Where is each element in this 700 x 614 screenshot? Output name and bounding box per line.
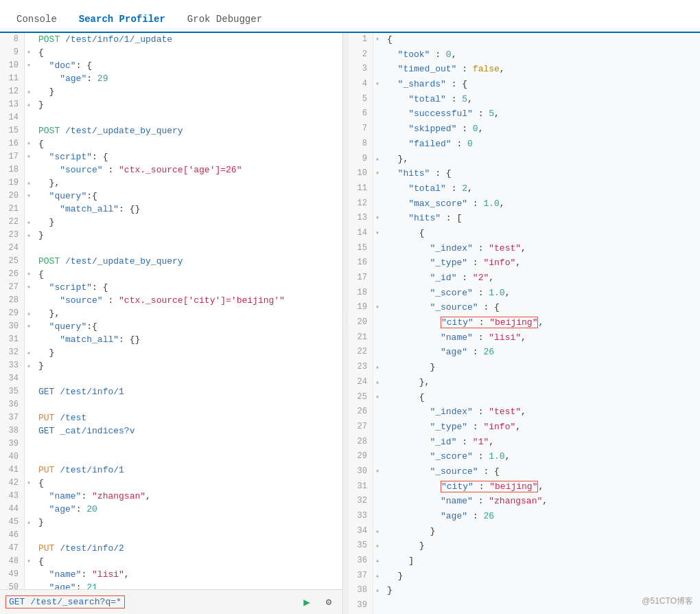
line-number: 8: [0, 33, 25, 46]
fold-gutter[interactable]: ▴: [373, 361, 382, 376]
response-editor: 1▾{2 "took" : 0,3 "timed_out" : false,4▾…: [349, 33, 700, 614]
line-content: "failed" : 0: [382, 137, 700, 152]
line-number: 6: [349, 107, 373, 122]
editor-area[interactable]: 8POST /test/info/1/_update9▾{10▾ "doc": …: [0, 33, 342, 589]
fold-gutter[interactable]: ▴: [373, 569, 382, 584]
fold-gutter[interactable]: ▾: [373, 33, 382, 48]
line-number: 16: [0, 137, 25, 150]
fold-gutter[interactable]: ▴: [25, 177, 33, 190]
editor-line: 30▾ "query":{: [0, 320, 342, 333]
fold-gutter: [373, 599, 382, 614]
fold-gutter[interactable]: ▴: [373, 584, 382, 599]
response-line: 28 "_id" : "1",: [349, 435, 700, 451]
line-number: 15: [0, 124, 25, 137]
line-number: 24: [349, 376, 373, 391]
response-line: 6 "successful" : 5,: [349, 107, 700, 122]
fold-gutter[interactable]: ▴: [373, 376, 382, 391]
response-line: 19▾ "_source" : {: [349, 301, 700, 316]
tab-search-profiler[interactable]: Search Profiler: [68, 7, 176, 33]
line-number: 24: [0, 242, 25, 255]
response-area[interactable]: 1▾{2 "took" : 0,3 "timed_out" : false,4▾…: [349, 33, 700, 614]
editor-line: 26▾{: [0, 268, 342, 281]
fold-gutter[interactable]: ▾: [25, 150, 33, 163]
line-content: }: [33, 346, 342, 359]
editor-line: 34: [0, 372, 342, 385]
fold-gutter[interactable]: ▾: [25, 190, 33, 203]
line-content: {: [382, 391, 700, 406]
fold-gutter: [25, 424, 33, 437]
fold-gutter[interactable]: ▾: [373, 465, 382, 480]
fold-gutter[interactable]: ▾: [373, 301, 382, 316]
fold-gutter[interactable]: ▾: [373, 391, 382, 406]
fold-gutter[interactable]: ▾: [25, 320, 33, 333]
fold-gutter[interactable]: ▴: [373, 152, 382, 168]
editor-line: 42▾{: [0, 477, 342, 490]
line-content: "total" : 5,: [382, 93, 700, 108]
line-number: 25: [349, 391, 373, 406]
editor-line: 48▾{: [0, 555, 342, 568]
line-number: 10: [0, 59, 25, 72]
response-line: 12 "max_score" : 1.0,: [349, 197, 700, 212]
response-line: 13▾ "hits" : [: [349, 212, 700, 227]
fold-gutter: [25, 294, 33, 307]
fold-gutter: [373, 331, 382, 346]
line-number: 23: [349, 361, 373, 376]
line-number: 35: [0, 385, 25, 398]
editor-line: 37PUT /test: [0, 411, 342, 424]
fold-gutter[interactable]: ▴: [25, 85, 33, 98]
fold-gutter[interactable]: ▴: [373, 525, 382, 540]
tab-console[interactable]: Console: [5, 7, 68, 33]
line-number: 22: [349, 345, 373, 361]
fold-gutter[interactable]: ▾: [373, 227, 382, 242]
fold-gutter[interactable]: ▾: [25, 46, 33, 59]
fold-gutter[interactable]: ▴: [25, 307, 33, 320]
line-content: "timed_out" : false,: [382, 62, 700, 78]
line-content: [33, 398, 342, 411]
fold-gutter[interactable]: ▴: [25, 216, 33, 229]
fold-gutter[interactable]: ▴: [25, 98, 33, 111]
line-number: 20: [0, 190, 25, 203]
line-number: 10: [349, 167, 373, 182]
fold-gutter: [25, 124, 33, 137]
fold-gutter[interactable]: ▴: [373, 539, 382, 554]
fold-gutter: [373, 182, 382, 197]
response-line: 5 "total" : 5,: [349, 93, 700, 108]
line-number: 14: [0, 111, 25, 124]
response-line: 9▴ },: [349, 152, 700, 168]
fold-gutter[interactable]: ▾: [373, 78, 382, 93]
line-number: 28: [0, 294, 25, 307]
line-content: }: [33, 98, 342, 111]
line-number: 32: [0, 346, 25, 359]
fold-gutter[interactable]: ▾: [25, 281, 33, 294]
run-button[interactable]: ▶: [299, 594, 315, 611]
resize-handle[interactable]: ⋮: [343, 33, 349, 614]
fold-gutter: [25, 411, 33, 424]
fold-gutter[interactable]: ▴: [25, 359, 33, 372]
fold-gutter: [373, 137, 382, 152]
line-number: 42: [0, 477, 25, 490]
response-line: 34▴ }: [349, 525, 700, 540]
settings-button[interactable]: ⚙: [320, 594, 337, 611]
fold-gutter[interactable]: ▾: [25, 137, 33, 150]
editor-line: 25POST /test/_update_by_query: [0, 255, 342, 268]
line-content: "match_all": {}: [33, 203, 342, 216]
line-content: "max_score" : 1.0,: [382, 197, 700, 212]
fold-gutter[interactable]: ▾: [25, 268, 33, 281]
fold-gutter[interactable]: ▴: [373, 554, 382, 569]
fold-gutter[interactable]: ▾: [373, 167, 382, 182]
tab-grok-debugger[interactable]: Grok Debugger: [176, 7, 273, 33]
editor-line: 35GET /test/info/1: [0, 385, 342, 398]
editor-line: 21 "match_all": {}: [0, 203, 342, 216]
fold-gutter[interactable]: ▾: [373, 212, 382, 227]
fold-gutter[interactable]: ▾: [25, 59, 33, 72]
fold-gutter[interactable]: ▾: [25, 555, 33, 568]
editor-line: 14: [0, 111, 342, 124]
fold-gutter[interactable]: ▴: [25, 229, 33, 242]
fold-gutter[interactable]: ▴: [25, 346, 33, 359]
line-content: {: [382, 227, 700, 242]
fold-gutter[interactable]: ▴: [25, 516, 33, 529]
fold-gutter[interactable]: ▾: [25, 477, 33, 490]
line-number: 23: [0, 229, 25, 242]
line-number: 40: [0, 451, 25, 464]
line-number: 2: [349, 48, 373, 63]
